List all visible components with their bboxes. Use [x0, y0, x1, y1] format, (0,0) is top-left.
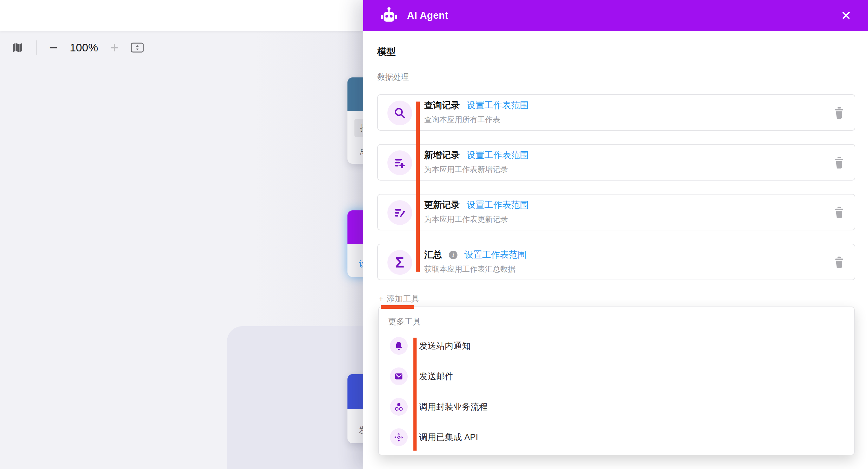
tool-card-update-record[interactable]: 更新记录 设置工作表范围 为本应用工作表更新记录 [377, 194, 855, 230]
section-title-model: 模型 [377, 46, 396, 58]
canvas-group-frame [227, 326, 363, 469]
set-worksheet-scope-link[interactable]: 设置工作表范围 [467, 199, 529, 211]
annotation-bar-dropdown [413, 338, 416, 450]
tool-description: 获取本应用工作表汇总数据 [424, 264, 516, 274]
tool-card-summary[interactable]: Σ 汇总 i 设置工作表范围 获取本应用工作表汇总数据 [377, 244, 855, 280]
delete-tool-icon[interactable] [834, 256, 844, 268]
zoom-level-label[interactable]: 100% [70, 41, 98, 54]
flow-node-indigo-header [347, 374, 363, 409]
annotation-underline-add-tool [381, 305, 414, 309]
process-icon [390, 398, 408, 416]
robot-icon [380, 6, 398, 25]
tool-description: 为本应用工作表新增记录 [424, 165, 508, 175]
canvas-toolbar: − 100% + [11, 39, 144, 56]
dropdown-item-call-integrated-api[interactable]: 调用已集成 API [390, 428, 478, 447]
flow-node-blue[interactable]: 按 点 [347, 78, 363, 164]
delete-tool-icon[interactable] [834, 157, 844, 169]
list-edit-icon [388, 200, 412, 225]
tool-card-add-record[interactable]: 新增记录 设置工作表范围 为本应用工作表新增记录 [377, 144, 855, 181]
ai-agent-panel: AI Agent ✕ 模型 数据处理 查询记录 设置工作表范围 查询本应用所有工… [363, 0, 868, 469]
annotation-bar-tools [416, 101, 420, 272]
flow-node-blue-header [347, 78, 363, 111]
info-icon[interactable]: i [449, 251, 458, 259]
flow-node-indigo-text: 发 [359, 424, 363, 436]
mail-icon [390, 368, 408, 385]
bell-icon [390, 337, 408, 355]
toolbar-divider [36, 40, 37, 55]
more-tools-dropdown: 更多工具 发送站内通知 [378, 306, 855, 456]
tool-description: 为本应用工作表更新记录 [424, 214, 508, 224]
tool-card-query-records[interactable]: 查询记录 设置工作表范围 查询本应用所有工作表 [377, 94, 855, 131]
plus-icon: + [378, 294, 383, 303]
zoom-in-button[interactable]: + [110, 40, 119, 55]
delete-tool-icon[interactable] [834, 107, 844, 119]
sigma-icon: Σ [388, 250, 412, 275]
app-screen: − 100% + 按 点 设 发 [0, 0, 868, 469]
dropdown-header: 更多工具 [388, 316, 421, 327]
flow-canvas[interactable]: − 100% + 按 点 设 发 [0, 0, 363, 469]
dropdown-item-label: 发送站内通知 [419, 340, 470, 352]
fit-screen-icon[interactable] [131, 41, 144, 54]
flow-node-purple[interactable]: 设 [347, 210, 363, 277]
panel-title: AI Agent [407, 10, 448, 21]
tool-name: 新增记录 [424, 149, 460, 161]
flow-node-indigo[interactable]: 发 [347, 374, 363, 443]
flow-node-purple-header [347, 210, 363, 244]
set-worksheet-scope-link[interactable]: 设置工作表范围 [467, 99, 529, 111]
search-icon [388, 100, 412, 125]
set-worksheet-scope-link[interactable]: 设置工作表范围 [467, 149, 529, 161]
flow-node-blue-text: 点 [360, 145, 363, 156]
dropdown-item-label: 调用已集成 API [419, 432, 478, 443]
set-worksheet-scope-link[interactable]: 设置工作表范围 [464, 249, 527, 261]
ai-agent-panel-body: 模型 数据处理 查询记录 设置工作表范围 查询本应用所有工作表 [363, 31, 868, 469]
zoom-out-button[interactable]: − [49, 40, 58, 55]
flow-node-blue-chip[interactable]: 按 [354, 119, 363, 137]
ai-agent-panel-header: AI Agent ✕ [363, 0, 868, 31]
tool-name: 更新记录 [424, 199, 460, 211]
delete-tool-icon[interactable] [834, 207, 844, 218]
tool-description: 查询本应用所有工作表 [424, 115, 500, 125]
minimap-icon[interactable] [11, 41, 24, 54]
dropdown-item-send-email[interactable]: 发送邮件 [390, 367, 453, 386]
dropdown-item-send-notification[interactable]: 发送站内通知 [390, 336, 470, 355]
dropdown-item-call-packaged-process[interactable]: 调用封装业务流程 [390, 397, 488, 416]
dropdown-item-label: 发送邮件 [419, 371, 453, 382]
dropdown-item-label: 调用封装业务流程 [419, 401, 488, 412]
list-add-icon [388, 150, 412, 175]
section-title-data-processing: 数据处理 [377, 72, 409, 82]
close-icon[interactable]: ✕ [838, 8, 854, 24]
tool-name: 汇总 [424, 249, 442, 261]
api-icon [390, 429, 408, 446]
flow-node-purple-link[interactable]: 设 [359, 258, 363, 269]
add-tool-button[interactable]: +添加工具 [378, 293, 420, 304]
tool-name: 查询记录 [424, 99, 460, 111]
app-top-bar [0, 0, 363, 31]
